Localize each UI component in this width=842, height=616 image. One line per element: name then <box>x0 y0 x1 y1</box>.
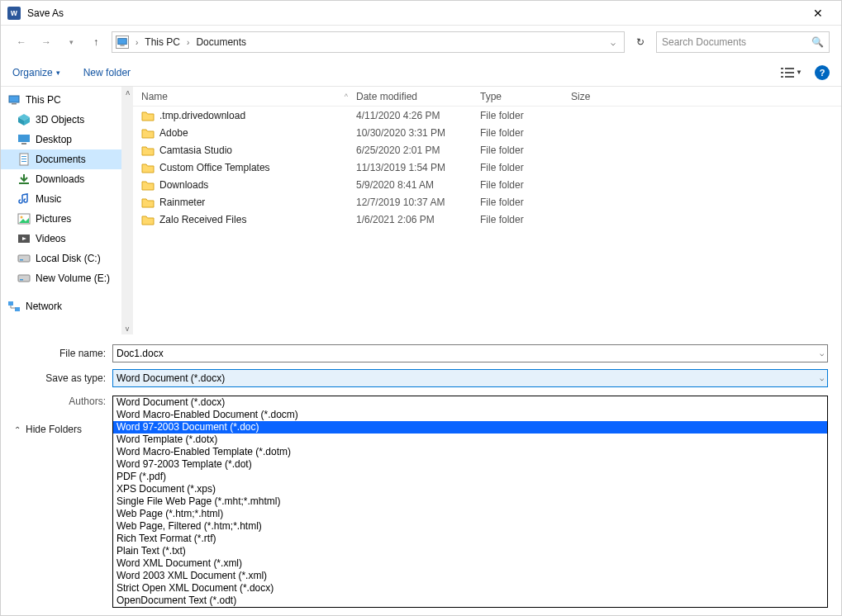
table-row[interactable]: Downloads5/9/2020 8:41 AMFile folder <box>133 176 841 193</box>
svg-rect-13 <box>18 135 30 142</box>
saveastype-field[interactable]: Word Document (*.docx) ⌵ <box>112 369 828 387</box>
forward-button[interactable]: → <box>37 33 55 51</box>
sidebar-item[interactable]: Videos <box>1 229 121 249</box>
authors-label: Authors: <box>1 396 112 407</box>
file-date: 11/13/2019 1:54 PM <box>348 162 472 173</box>
saveastype-option[interactable]: XPS Document (*.xps) <box>113 483 827 495</box>
svg-rect-2 <box>781 68 783 69</box>
breadcrumb-current[interactable]: Documents <box>196 36 246 48</box>
svg-rect-8 <box>9 96 19 102</box>
table-row[interactable]: Camtasia Studio6/25/2020 2:01 PMFile fol… <box>133 141 841 159</box>
file-type: File folder <box>472 145 563 156</box>
help-button[interactable]: ? <box>815 65 830 80</box>
breadcrumb-bar[interactable]: › This PC › Documents ⌵ <box>112 31 625 53</box>
table-row[interactable]: Adobe10/30/2020 3:31 PMFile folder <box>133 124 841 141</box>
scroll-down-arrow[interactable]: v <box>126 323 130 334</box>
up-button[interactable]: ↑ <box>87 33 105 51</box>
nav-row: ← → ▾ ↑ › This PC › Documents ⌵ ↻ Search… <box>1 26 841 59</box>
col-size[interactable]: Size <box>563 91 629 102</box>
hide-folders-label: Hide Folders <box>26 424 82 435</box>
sidebar-item-this-pc[interactable]: This PC <box>1 90 121 110</box>
sidebar-item-label: Local Disk (C:) <box>36 253 101 264</box>
saveastype-option[interactable]: Web Page (*.htm;*.html) <box>113 508 827 520</box>
chevron-right-icon[interactable]: › <box>134 38 140 47</box>
hide-folders-toggle[interactable]: ⌃ Hide Folders <box>14 424 82 435</box>
organize-label: Organize <box>12 67 53 78</box>
svg-rect-4 <box>781 72 783 73</box>
sidebar-item[interactable]: 3D Objects <box>1 110 121 130</box>
organize-menu[interactable]: Organize ▾ <box>12 67 60 78</box>
file-date: 12/7/2019 10:37 AM <box>348 197 472 208</box>
saveastype-option[interactable]: Word Document (*.docx) <box>113 396 827 409</box>
saveastype-option[interactable]: Word 2003 XML Document (*.xml) <box>113 570 827 582</box>
saveastype-option[interactable]: OpenDocument Text (*.odt) <box>113 595 827 607</box>
svg-rect-17 <box>21 159 26 159</box>
breadcrumb-dropdown-icon[interactable]: ⌵ <box>606 38 621 47</box>
back-button[interactable]: ← <box>12 33 31 51</box>
search-input[interactable]: Search Documents 🔍 <box>656 31 830 53</box>
window-title: Save As <box>27 7 802 19</box>
sidebar-item[interactable]: Local Disk (C:) <box>1 249 121 268</box>
search-placeholder: Search Documents <box>662 36 811 48</box>
chevron-down-icon[interactable]: ⌵ <box>820 349 824 358</box>
col-date[interactable]: Date modified <box>348 91 472 102</box>
saveastype-option[interactable]: Word Template (*.dotx) <box>113 434 827 446</box>
saveastype-option[interactable]: Word Macro-Enabled Template (*.dotm) <box>113 446 827 458</box>
file-name: Zalo Received Files <box>159 214 246 225</box>
saveastype-dropdown[interactable]: Word Document (*.docx)Word Macro-Enabled… <box>112 396 828 608</box>
col-name[interactable]: Name <box>141 91 168 102</box>
file-type: File folder <box>472 197 563 208</box>
table-row[interactable]: Rainmeter12/7/2019 10:37 AMFile folder <box>133 193 841 211</box>
search-icon[interactable]: 🔍 <box>811 36 824 48</box>
item-icon <box>17 212 31 225</box>
new-folder-button[interactable]: New folder <box>83 67 131 78</box>
refresh-button[interactable]: ↻ <box>631 33 649 51</box>
saveastype-option[interactable]: Word 97-2003 Document (*.doc) <box>113 421 827 434</box>
sidebar-item[interactable]: Documents <box>1 149 121 169</box>
saveastype-option[interactable]: PDF (*.pdf) <box>113 471 827 483</box>
pc-icon <box>116 36 129 49</box>
close-button[interactable]: ✕ <box>802 7 835 20</box>
saveastype-option[interactable]: Word XML Document (*.xml) <box>113 557 827 570</box>
svg-rect-1 <box>120 45 124 46</box>
sidebar-item[interactable]: New Volume (E:) <box>1 268 121 288</box>
folder-icon <box>141 127 155 139</box>
scroll-up-arrow[interactable]: ʌ <box>126 87 130 98</box>
saveastype-option[interactable]: Web Page, Filtered (*.htm;*.html) <box>113 520 827 533</box>
view-options-button[interactable]: ▼ <box>780 64 803 81</box>
file-type: File folder <box>472 162 563 173</box>
file-name: Camtasia Studio <box>159 145 232 156</box>
sidebar-item-label: 3D Objects <box>36 114 84 126</box>
chevron-up-icon: ⌃ <box>14 425 21 434</box>
table-row[interactable]: .tmp.drivedownload4/11/2020 4:26 PMFile … <box>133 107 841 124</box>
file-name: Rainmeter <box>159 197 205 208</box>
sidebar-item-network[interactable]: Network <box>1 296 121 316</box>
column-headers[interactable]: Name^ Date modified Type Size <box>133 87 841 107</box>
svg-rect-19 <box>19 182 29 184</box>
filename-label: File name: <box>1 348 112 359</box>
chevron-right-icon[interactable]: › <box>185 38 191 47</box>
table-row[interactable]: Custom Office Templates11/13/2019 1:54 P… <box>133 159 841 176</box>
sidebar-scrollbar[interactable]: ʌ v <box>121 87 133 334</box>
saveastype-option[interactable]: Plain Text (*.txt) <box>113 545 827 557</box>
saveastype-option[interactable]: Word Macro-Enabled Document (*.docm) <box>113 409 827 421</box>
filename-field[interactable]: Doc1.docx ⌵ <box>112 344 828 362</box>
chevron-down-icon[interactable]: ⌵ <box>820 374 824 382</box>
new-folder-label: New folder <box>83 67 131 78</box>
titlebar: w Save As ✕ <box>1 1 841 26</box>
folder-icon <box>141 145 155 156</box>
col-type[interactable]: Type <box>472 91 563 102</box>
saveastype-option[interactable]: Word 97-2003 Template (*.dot) <box>113 458 827 471</box>
saveastype-option[interactable]: Single File Web Page (*.mht;*.mhtml) <box>113 495 827 508</box>
recent-dropdown-icon[interactable]: ▾ <box>62 33 80 51</box>
saveastype-option[interactable]: Rich Text Format (*.rtf) <box>113 533 827 545</box>
sidebar-item[interactable]: Pictures <box>1 209 121 229</box>
sidebar-item[interactable]: Downloads <box>1 169 121 189</box>
folder-icon <box>141 197 155 208</box>
saveastype-option[interactable]: Strict Open XML Document (*.docx) <box>113 582 827 595</box>
sidebar-item[interactable]: Desktop <box>1 130 121 149</box>
table-row[interactable]: Zalo Received Files1/6/2021 2:06 PMFile … <box>133 211 841 228</box>
sidebar-item[interactable]: Music <box>1 189 121 209</box>
breadcrumb-root[interactable]: This PC <box>145 36 180 48</box>
filename-value: Doc1.docx <box>117 348 164 359</box>
